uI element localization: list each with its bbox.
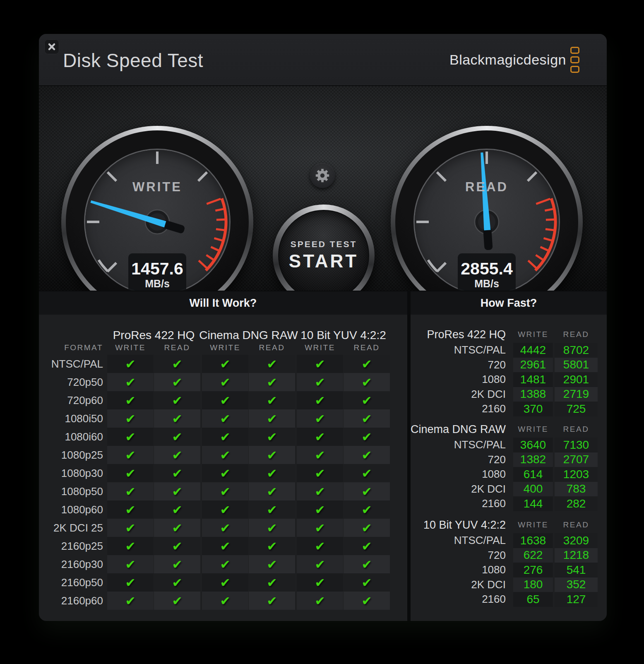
read-speed-cell: 783 xyxy=(555,482,598,497)
speed-section-header: 10 Bit YUV 4:2:2WRITEREAD xyxy=(411,517,607,533)
check-cell: ✔ xyxy=(202,573,248,592)
check-cell: ✔ xyxy=(202,537,248,555)
speed-row: NTSC/PAL16383209 xyxy=(411,533,607,548)
check-icon: ✔ xyxy=(267,539,277,553)
check-icon: ✔ xyxy=(315,448,325,462)
check-icon: ✔ xyxy=(267,411,277,426)
check-cell: ✔ xyxy=(297,482,343,500)
check-icon: ✔ xyxy=(220,393,230,408)
check-icon: ✔ xyxy=(267,521,277,535)
check-cell: ✔ xyxy=(107,573,154,592)
resolution-label: NTSC/PAL xyxy=(340,343,506,358)
check-icon: ✔ xyxy=(172,484,182,499)
speed-row: NTSC/PAL36407130 xyxy=(411,438,607,452)
read-speed-unit: MB/s xyxy=(474,278,499,290)
check-icon: ✔ xyxy=(172,466,182,481)
title-bar[interactable]: Disk Speed Test Blackmagicdesign xyxy=(39,34,607,85)
check-cell: ✔ xyxy=(249,555,295,573)
check-cell: ✔ xyxy=(202,373,248,391)
write-speed-unit: MB/s xyxy=(145,278,170,290)
check-icon: ✔ xyxy=(315,594,325,608)
resolution-label: 720 xyxy=(340,358,506,373)
column-header: WRITE xyxy=(210,342,240,354)
how-fast-header: How Fast? xyxy=(411,291,607,315)
check-icon: ✔ xyxy=(315,375,325,390)
check-icon: ✔ xyxy=(315,539,325,553)
speed-row: 7206221218 xyxy=(411,548,607,563)
check-icon: ✔ xyxy=(125,393,135,408)
check-cell: ✔ xyxy=(249,500,295,519)
check-cell: ✔ xyxy=(107,537,154,555)
format-label: 1080i60 xyxy=(39,431,103,443)
codec-group-header: ProRes 422 HQ xyxy=(113,329,195,342)
read-speed-value: 2855.4 xyxy=(461,260,512,278)
check-icon: ✔ xyxy=(125,375,135,390)
start-button-label: START xyxy=(289,251,358,272)
resolution-label: 2160 xyxy=(340,496,506,511)
check-icon: ✔ xyxy=(172,521,182,535)
check-icon: ✔ xyxy=(172,393,182,408)
read-speed-cell: 127 xyxy=(555,592,598,607)
brand-logo-icon xyxy=(570,47,579,73)
brand-logo-text: Blackmagicdesign xyxy=(449,52,566,68)
read-speed-cell: 5801 xyxy=(555,358,598,373)
check-icon: ✔ xyxy=(220,594,230,608)
check-cell: ✔ xyxy=(297,428,343,446)
check-icon: ✔ xyxy=(267,557,277,572)
check-cell: ✔ xyxy=(154,373,200,391)
write-speed-cell: 4442 xyxy=(513,343,553,358)
check-icon: ✔ xyxy=(267,357,277,371)
check-cell: ✔ xyxy=(154,537,200,555)
check-cell: ✔ xyxy=(154,409,200,428)
read-speed-cell: 7130 xyxy=(555,438,598,452)
check-cell: ✔ xyxy=(297,446,343,464)
check-cell: ✔ xyxy=(297,537,343,555)
start-button-subtitle: SPEED TEST xyxy=(291,239,357,249)
read-speed-cell: 1218 xyxy=(555,548,598,563)
write-speed-cell: 2961 xyxy=(513,358,553,373)
check-icon: ✔ xyxy=(267,575,277,590)
check-icon: ✔ xyxy=(172,430,182,444)
write-speed-value: 1457.6 xyxy=(131,260,183,278)
check-icon: ✔ xyxy=(220,430,230,444)
codec-name: ProRes 422 HQ xyxy=(340,326,506,343)
format-label: 2160p30 xyxy=(39,558,103,571)
column-header: WRITE xyxy=(115,342,146,354)
write-speed-cell: 1388 xyxy=(513,387,553,402)
write-speed-cell: 180 xyxy=(513,577,553,592)
check-cell: ✔ xyxy=(249,446,295,464)
read-gauge-label: READ xyxy=(391,180,583,195)
check-cell: ✔ xyxy=(154,519,200,537)
speed-row: 1080276541 xyxy=(411,563,607,577)
check-icon: ✔ xyxy=(267,430,277,444)
write-speed-cell: 1481 xyxy=(513,372,553,387)
check-cell: ✔ xyxy=(202,428,248,446)
write-speed-cell: 400 xyxy=(513,482,553,497)
check-icon: ✔ xyxy=(220,503,230,517)
check-cell: ✔ xyxy=(107,592,154,610)
speed-row: 2K DCI180352 xyxy=(411,577,607,592)
check-cell: ✔ xyxy=(154,428,200,446)
read-speed-cell: 352 xyxy=(555,577,598,592)
resolution-label: 720 xyxy=(340,548,506,563)
check-icon: ✔ xyxy=(125,575,135,590)
format-label: 1080p50 xyxy=(39,485,103,498)
check-icon: ✔ xyxy=(172,411,182,426)
check-cell: ✔ xyxy=(154,446,200,464)
check-icon: ✔ xyxy=(267,466,277,481)
speed-row: 10806141203 xyxy=(411,467,607,482)
check-cell: ✔ xyxy=(297,355,343,373)
check-cell: ✔ xyxy=(297,409,343,428)
write-speed-cell: 276 xyxy=(513,563,553,577)
settings-button[interactable] xyxy=(310,163,335,188)
check-cell: ✔ xyxy=(297,464,343,482)
check-cell: ✔ xyxy=(249,537,295,555)
resolution-label: 1080 xyxy=(340,467,506,482)
close-button[interactable] xyxy=(44,39,59,54)
check-icon: ✔ xyxy=(172,357,182,371)
write-speed-cell: 622 xyxy=(513,548,553,563)
check-icon: ✔ xyxy=(220,448,230,462)
check-icon: ✔ xyxy=(172,539,182,553)
will-it-work-header: Will It Work? xyxy=(39,291,407,315)
format-label: NTSC/PAL xyxy=(39,358,103,370)
